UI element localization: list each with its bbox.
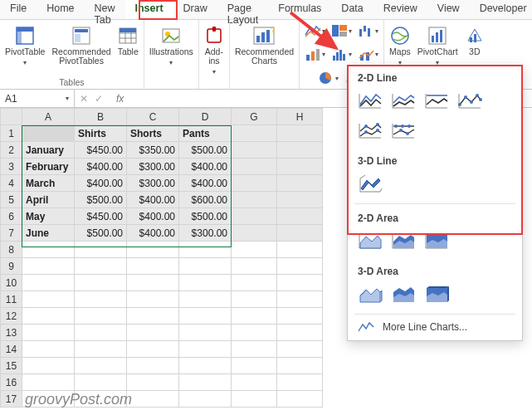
row-header[interactable]: 15 [1, 358, 22, 374]
row-header[interactable]: 8 [1, 242, 22, 258]
cell[interactable]: $400.00 [75, 159, 127, 175]
cell[interactable]: Shorts [127, 125, 179, 142]
cell[interactable]: $400.00 [75, 175, 127, 192]
3d-100-stacked-area-option[interactable] [422, 282, 451, 307]
cell[interactable]: $400.00 [179, 175, 232, 192]
3d-map-button[interactable]: 3D [465, 23, 485, 67]
col-header[interactable]: G [232, 109, 277, 125]
cell[interactable]: $450.00 [75, 142, 127, 159]
row-header[interactable]: 9 [1, 258, 22, 275]
row-header[interactable]: 14 [1, 341, 22, 358]
3d-area-option[interactable] [356, 282, 384, 307]
100-stacked-line-markers-option[interactable] [389, 119, 417, 144]
recommended-charts-button[interactable]: ? Recommended Charts [235, 23, 294, 66]
pivotchart-button[interactable]: PivotChart▾ [417, 23, 458, 67]
stacked-line-option[interactable] [389, 89, 417, 114]
cell[interactable]: $500.00 [75, 225, 127, 242]
100-stacked-line-option[interactable] [422, 89, 451, 114]
svg-rect-33 [343, 54, 345, 61]
cell[interactable]: $400.00 [127, 192, 179, 208]
tab-file[interactable]: File [0, 0, 37, 19]
tab-insert[interactable]: Insert [125, 0, 173, 19]
cell[interactable]: April [22, 192, 75, 208]
cell[interactable]: $300.00 [127, 159, 179, 175]
cell[interactable]: $400.00 [127, 225, 179, 242]
tab-review[interactable]: Review [373, 0, 427, 19]
illustrations-button[interactable]: Illustrations ▾ [149, 23, 193, 67]
row-header[interactable]: 11 [1, 291, 22, 308]
addins-button[interactable]: Add- ins ▾ [204, 23, 224, 76]
cell[interactable]: February [22, 159, 75, 175]
col-header[interactable]: A [22, 109, 75, 125]
cell[interactable]: June [22, 225, 75, 242]
row-header[interactable]: 10 [1, 275, 22, 291]
col-header[interactable]: B [75, 109, 127, 125]
tab-draw[interactable]: Draw [173, 0, 217, 19]
row-header[interactable]: 4 [1, 175, 22, 192]
table-button[interactable]: Table [118, 23, 139, 67]
tab-page-layout[interactable]: Page Layout [217, 0, 269, 19]
recommended-charts-icon: ? [252, 26, 276, 46]
cell[interactable]: Shirts [75, 125, 127, 142]
cell[interactable]: $300.00 [127, 175, 179, 192]
line-markers-option[interactable] [456, 89, 484, 114]
cell[interactable]: Pants [179, 125, 232, 142]
cell[interactable]: $500.00 [179, 142, 232, 159]
3d-line-option[interactable] [356, 172, 384, 197]
cell[interactable]: May [22, 208, 75, 225]
stacked-line-markers-option[interactable] [356, 119, 384, 144]
tab-new[interactable]: New Tab [85, 0, 125, 19]
cell[interactable]: $600.00 [179, 192, 232, 208]
100-stacked-area-option[interactable] [422, 229, 451, 254]
cell[interactable]: $350.00 [127, 142, 179, 159]
row-header[interactable]: 6 [1, 208, 22, 225]
tab-data[interactable]: Data [331, 0, 373, 19]
maps-icon [390, 26, 410, 46]
cell[interactable]: $450.00 [75, 208, 127, 225]
row-header[interactable]: 1 [1, 125, 22, 142]
col-header[interactable]: D [179, 109, 232, 125]
svg-rect-30 [333, 56, 335, 61]
fx-icon[interactable]: fx [108, 93, 132, 105]
confirm-icon[interactable]: ✓ [95, 93, 103, 105]
recommended-pivottables-button[interactable]: Recommended PivotTables [51, 23, 110, 67]
cancel-icon[interactable]: ✕ [80, 93, 88, 105]
tab-view[interactable]: View [427, 0, 470, 19]
col-header[interactable]: C [127, 109, 179, 125]
row-header[interactable]: 5 [1, 192, 22, 208]
cell[interactable]: $500.00 [179, 208, 232, 225]
combo-chart-dropdown[interactable]: ▾ [356, 47, 380, 62]
area-option[interactable] [356, 229, 384, 254]
cell[interactable]: March [22, 175, 75, 192]
row-header[interactable]: 2 [1, 142, 22, 159]
pivottable-button[interactable]: PivotTable ▾ [5, 23, 45, 67]
row-header[interactable]: 13 [1, 325, 22, 341]
pie-chart-dropdown[interactable]: ▾ [316, 71, 340, 85]
stock-chart-dropdown[interactable]: ▾ [356, 23, 380, 38]
map-chart-dropdown[interactable]: ▾ [329, 23, 354, 38]
col-header[interactable]: H [277, 109, 323, 125]
stacked-area-option[interactable] [389, 229, 417, 254]
cell[interactable]: $500.00 [75, 192, 127, 208]
row-header[interactable]: 3 [1, 159, 22, 175]
column-chart-dropdown[interactable]: ▾ [303, 47, 327, 62]
tab-home[interactable]: Home [37, 0, 84, 19]
cell[interactable]: January [22, 142, 75, 159]
cell[interactable]: $300.00 [179, 225, 232, 242]
row-header[interactable]: 16 [1, 374, 22, 391]
maps-button[interactable]: Maps▾ [389, 23, 411, 67]
line-chart-option[interactable] [356, 89, 384, 114]
row-header[interactable]: 7 [1, 225, 22, 242]
tab-developer[interactable]: Developer [470, 0, 532, 19]
more-line-charts[interactable]: More Line Charts... [348, 316, 522, 335]
cell[interactable]: $400.00 [179, 159, 232, 175]
3d-stacked-area-option[interactable] [389, 282, 417, 307]
cell[interactable]: $400.00 [127, 208, 179, 225]
tab-formulas[interactable]: Formulas [268, 0, 331, 19]
row-header[interactable]: 17 [1, 391, 22, 408]
name-box[interactable]: A1▾ [0, 90, 75, 107]
row-header[interactable]: 12 [1, 308, 22, 325]
svg-rect-31 [336, 52, 339, 61]
line-chart-dropdown[interactable]: ▾ [303, 23, 327, 38]
statistic-chart-dropdown[interactable]: ▾ [329, 47, 354, 62]
